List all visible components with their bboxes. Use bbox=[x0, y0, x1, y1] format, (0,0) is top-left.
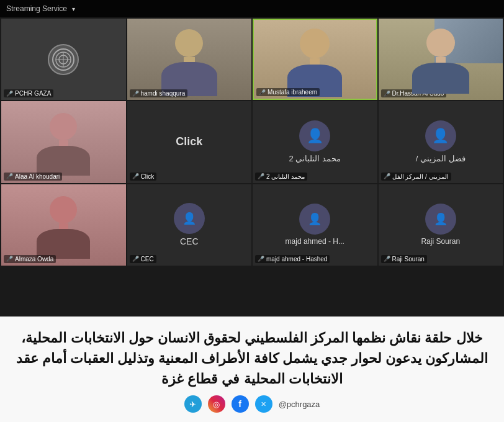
majd-display: majd ahmed - H... bbox=[286, 237, 344, 246]
video-cell-alaa[interactable]: 🎤 Alaa Al khoudari bbox=[1, 101, 126, 182]
cec-name: CEC bbox=[141, 256, 154, 263]
hamdi-video bbox=[127, 19, 252, 100]
raji-name: Raji Souran bbox=[392, 256, 425, 263]
cell-label-almaza: 🎤 Almaza Owda bbox=[4, 255, 56, 263]
cell-label-cec: 🎤 CEC bbox=[130, 255, 156, 263]
video-cell-muhammad[interactable]: 👤 محمد التلباني 2 🎤 محمد التلباني 2 bbox=[253, 101, 377, 182]
mic-icon-click: 🎤 bbox=[132, 173, 139, 179]
instagram-icon[interactable]: ◎ bbox=[208, 395, 225, 413]
banner-text: خلال حلقة نقاش نظمها المركز الفلسطيني لح… bbox=[12, 328, 492, 389]
mic-icon-almaza: 🎤 bbox=[6, 256, 13, 262]
video-cell-raji[interactable]: 👤 Raji Souran 🎤 Raji Souran bbox=[379, 184, 503, 266]
banner: خلال حلقة نقاش نظمها المركز الفلسطيني لح… bbox=[0, 316, 504, 422]
cell-label-muhammad: 🎤 محمد التلباني 2 bbox=[255, 173, 307, 181]
video-cell-mustafa[interactable]: 🎤 Mustafa ibraheem bbox=[253, 19, 377, 100]
cell-label-fadl: 🎤 المزيني / المركز الفل bbox=[381, 173, 451, 181]
alaa-avatar bbox=[37, 113, 90, 176]
video-cell-hassan[interactable]: 🎤 Dr.Hassan Al Sado bbox=[379, 19, 503, 100]
fadl-avatar: 👤 bbox=[425, 120, 456, 151]
mic-icon-fadl: 🎤 bbox=[384, 173, 390, 179]
dropdown-icon[interactable]: ▾ bbox=[72, 6, 75, 12]
twitter-icon[interactable]: ✕ bbox=[255, 395, 272, 413]
facebook-icon[interactable]: f bbox=[232, 395, 249, 413]
video-cell-cec[interactable]: 👤 CEC 🎤 CEC bbox=[127, 184, 252, 266]
almaza-name: Almaza Owda bbox=[15, 256, 53, 263]
mic-icon-alaa: 🎤 bbox=[6, 173, 13, 179]
cell-label-raji: 🎤 Raji Souran bbox=[381, 255, 427, 263]
mic-icon-cec: 🎤 bbox=[132, 256, 139, 262]
muhammad-display: محمد التلباني 2 bbox=[289, 154, 341, 163]
video-cell-click[interactable]: Click 🎤 Click bbox=[127, 101, 252, 182]
cell-label-mustafa: 🎤 Mustafa ibraheem bbox=[256, 88, 320, 96]
logo-inner bbox=[52, 48, 74, 71]
raji-avatar: 👤 bbox=[425, 204, 456, 235]
cell-label-hamdi: 🎤 hamdi shaqqura bbox=[130, 89, 188, 97]
fadl-sublabel: المزيني / المركز الفل bbox=[392, 173, 449, 180]
raji-display: Raji Souran bbox=[421, 237, 460, 246]
alaa-name: Alaa Al khoudari bbox=[15, 173, 60, 180]
muhammad-sublabel: محمد التلباني 2 bbox=[266, 173, 305, 180]
mic-icon-majd: 🎤 bbox=[258, 256, 264, 262]
mic-icon-mustafa: 🎤 bbox=[259, 89, 266, 96]
video-cell-majd[interactable]: 👤 majd ahmed - H... 🎤 majd ahmed - Hashe… bbox=[253, 184, 377, 266]
top-bar: Streaming Service ▾ bbox=[0, 0, 504, 17]
video-cell-fadl[interactable]: 👤 فضل المزيني / 🎤 المزيني / المركز الفل bbox=[379, 101, 503, 182]
cell-label-alaa: 🎤 Alaa Al khoudari bbox=[4, 173, 62, 181]
mustafa-name: Mustafa ibraheem bbox=[268, 89, 317, 96]
pchr-name: PCHR GAZA bbox=[15, 90, 51, 97]
hamdi-avatar bbox=[161, 29, 217, 96]
social-row: ✈ ◎ f ✕ @pchrgaza bbox=[12, 395, 492, 413]
pchr-logo-area bbox=[48, 44, 79, 75]
video-grid: 🎤 PCHR GAZA 🎤 hamdi shaqqura bbox=[0, 17, 504, 267]
pchr-logo bbox=[48, 44, 79, 75]
video-cell-almaza[interactable]: 🎤 Almaza Owda bbox=[1, 184, 126, 266]
cec-avatar: 👤 bbox=[174, 203, 205, 234]
cell-label-majd: 🎤 majd ahmed - Hashed bbox=[255, 255, 330, 263]
cell-label-click: 🎤 Click bbox=[130, 173, 157, 181]
streaming-label: Streaming Service bbox=[6, 4, 67, 13]
almaza-avatar bbox=[37, 196, 90, 259]
hassan-avatar bbox=[412, 29, 469, 94]
fadl-display: فضل المزيني / bbox=[416, 154, 466, 163]
mic-icon-pchr: 🎤 bbox=[6, 91, 13, 97]
social-handle: @pchrgaza bbox=[279, 400, 320, 409]
mic-icon-raji: 🎤 bbox=[384, 256, 390, 262]
video-cell-hamdi[interactable]: 🎤 hamdi shaqqura bbox=[127, 19, 252, 100]
majd-sublabel: majd ahmed - Hashed bbox=[266, 256, 327, 263]
mic-icon-hamdi: 🎤 bbox=[132, 91, 139, 97]
muhammad-avatar: 👤 bbox=[299, 120, 330, 151]
cell-label-pchr: 🎤 PCHR GAZA bbox=[4, 89, 53, 97]
hamdi-name: hamdi shaqqura bbox=[141, 90, 186, 97]
click-display: Click bbox=[176, 135, 202, 148]
mic-icon-hassan: 🎤 bbox=[384, 91, 390, 97]
click-name: Click bbox=[141, 173, 155, 180]
video-cell-pchr[interactable]: 🎤 PCHR GAZA bbox=[1, 19, 126, 100]
cec-display: CEC bbox=[180, 236, 199, 246]
telegram-icon[interactable]: ✈ bbox=[184, 395, 202, 413]
mic-icon-muhammad: 🎤 bbox=[258, 173, 264, 179]
majd-avatar: 👤 bbox=[299, 204, 330, 235]
mustafa-avatar bbox=[287, 29, 342, 97]
